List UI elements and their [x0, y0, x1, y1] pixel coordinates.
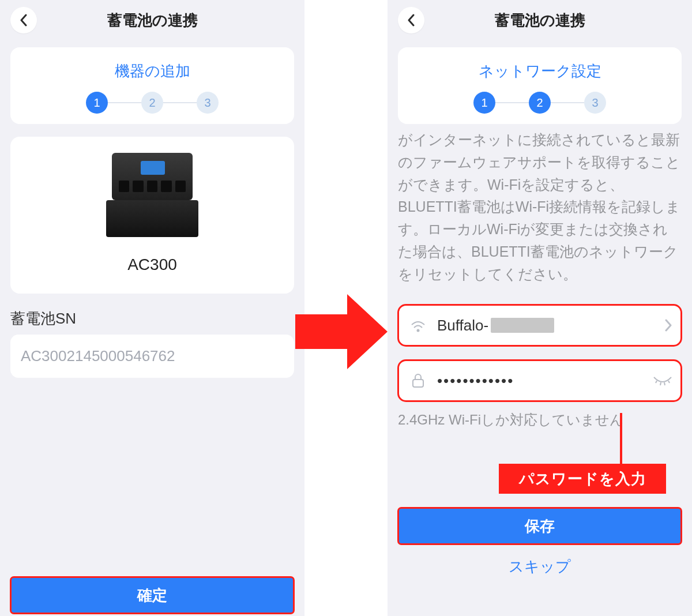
- skip-link[interactable]: スキップ: [388, 557, 692, 577]
- step-connector: [551, 102, 584, 103]
- wifi-ssid-value: Buffalo-: [437, 317, 654, 335]
- wifi-icon: [409, 317, 427, 334]
- step-2: 2: [141, 92, 163, 114]
- wifi-ssid-redacted: [491, 318, 554, 333]
- svg-marker-2: [295, 294, 388, 369]
- step-2: 2: [529, 92, 551, 114]
- wifi-note: 2.4GHz Wi-Fiしか対応していません: [398, 411, 682, 429]
- page-title: 蓄電池の連携: [388, 10, 692, 31]
- chevron-right-icon: [664, 319, 672, 332]
- step-connector: [495, 102, 529, 103]
- sn-input[interactable]: [10, 335, 294, 378]
- step-card-title: 機器の追加: [16, 61, 288, 81]
- svg-rect-1: [413, 380, 423, 387]
- step-indicator: 1 2 3: [16, 92, 288, 114]
- confirm-button[interactable]: 確定: [10, 577, 294, 614]
- step-1: 1: [473, 92, 495, 114]
- confirm-button-label: 確定: [137, 585, 167, 606]
- skip-link-label: スキップ: [509, 558, 571, 575]
- wifi-password-field[interactable]: ••••••••••••: [398, 360, 682, 401]
- step-1: 1: [86, 92, 108, 114]
- screen-network-settings: 蓄電池の連携 ネットワーク設定 1 2 3 がインターネットに接続されていると最…: [388, 0, 692, 616]
- network-description: がインターネットに接続されていると最新のファームウェアサポートを取得することがで…: [398, 129, 682, 285]
- annotation-callout: パスワードを入力: [499, 464, 666, 494]
- header: 蓄電池の連携: [388, 0, 692, 40]
- sn-block: 蓄電池SN: [10, 309, 294, 378]
- step-card-title: ネットワーク設定: [404, 61, 676, 81]
- device-name-label: AC300: [16, 256, 288, 274]
- page-title: 蓄電池の連携: [0, 10, 304, 31]
- eye-closed-icon[interactable]: [653, 375, 672, 386]
- lock-icon: [409, 372, 427, 389]
- annotation-arrow-icon: [295, 294, 388, 369]
- device-image: [106, 153, 198, 239]
- annotation-callout-connector: [620, 413, 622, 465]
- screen-add-device: 蓄電池の連携 機器の追加 1 2 3 AC300 蓄電池SN 確定: [0, 0, 304, 616]
- step-connector: [108, 102, 141, 103]
- header: 蓄電池の連携: [0, 0, 304, 40]
- step-3: 3: [584, 92, 606, 114]
- svg-point-0: [417, 329, 420, 332]
- save-button-label: 保存: [525, 516, 555, 536]
- device-card[interactable]: AC300: [10, 137, 294, 294]
- step-card: ネットワーク設定 1 2 3: [398, 47, 682, 124]
- step-3: 3: [197, 92, 219, 114]
- wifi-ssid-prefix: Buffalo-: [437, 317, 488, 335]
- annotation-callout-label: パスワードを入力: [519, 469, 646, 489]
- step-card: 機器の追加 1 2 3: [10, 47, 294, 124]
- step-indicator: 1 2 3: [404, 92, 676, 114]
- save-button[interactable]: 保存: [398, 508, 682, 544]
- wifi-ssid-field[interactable]: Buffalo-: [398, 305, 682, 346]
- wifi-password-value: ••••••••••••: [437, 372, 642, 390]
- step-connector: [163, 102, 197, 103]
- sn-label: 蓄電池SN: [10, 309, 294, 329]
